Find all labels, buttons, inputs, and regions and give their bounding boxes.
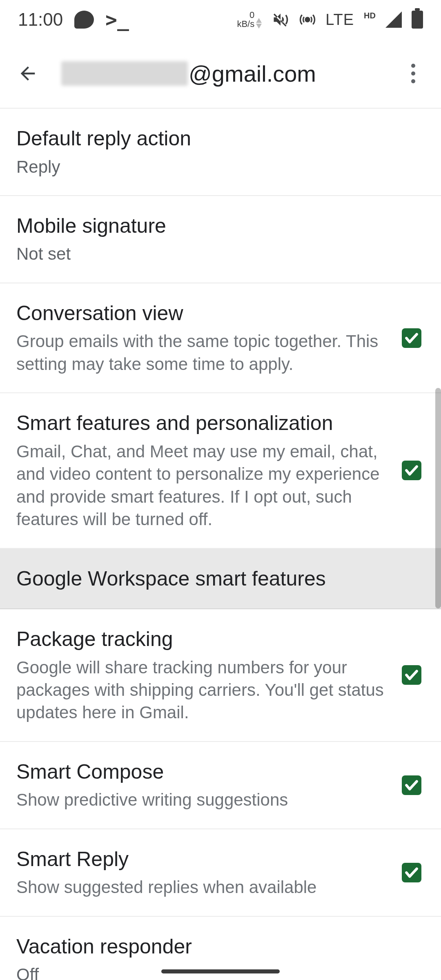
smart-compose-checkbox[interactable] — [402, 775, 421, 795]
setting-default-reply-action[interactable]: Default reply action Reply — [0, 109, 441, 196]
setting-title: Vacation responder — [16, 934, 425, 960]
setting-description: Show predictive writing suggestions — [16, 788, 390, 811]
setting-smart-compose[interactable]: Smart Compose Show predictive writing su… — [0, 742, 441, 829]
setting-description: Google will share tracking numbers for y… — [16, 656, 390, 724]
battery-icon — [412, 11, 423, 29]
setting-conversation-view[interactable]: Conversation view Group emails with the … — [0, 283, 441, 393]
terminal-icon: >_ — [105, 8, 129, 31]
account-title: @gmail.com — [61, 60, 316, 87]
more-options-button[interactable] — [400, 60, 426, 87]
setting-title: Smart features and personalization — [16, 410, 390, 436]
data-rate-unit: kB/s — [237, 20, 254, 29]
account-name-redacted — [61, 61, 188, 86]
scrollbar[interactable] — [435, 388, 441, 608]
lte-label: LTE — [325, 11, 354, 29]
home-indicator[interactable] — [161, 969, 280, 973]
conversation-view-checkbox[interactable] — [402, 328, 421, 348]
setting-description: Gmail, Chat, and Meet may use my email, … — [16, 440, 390, 531]
app-bar: @gmail.com — [0, 39, 441, 109]
setting-package-tracking[interactable]: Package tracking Google will share track… — [0, 609, 441, 742]
setting-title: Default reply action — [16, 126, 425, 151]
setting-description: Show suggested replies when available — [16, 876, 390, 898]
hotspot-icon — [299, 11, 316, 28]
smart-features-checkbox[interactable] — [402, 461, 421, 480]
signal-icon — [385, 11, 402, 28]
data-rate-value: 0 — [237, 11, 254, 20]
setting-smart-features-personalization[interactable]: Smart features and personalization Gmail… — [0, 393, 441, 548]
setting-value: Not set — [16, 243, 425, 265]
data-rate-icon: 0 kB/s — [237, 11, 262, 29]
settings-list[interactable]: Default reply action Reply Mobile signat… — [0, 109, 441, 980]
setting-smart-reply[interactable]: Smart Reply Show suggested replies when … — [0, 829, 441, 917]
setting-google-workspace-smart-features[interactable]: Google Workspace smart features — [0, 549, 441, 610]
back-button[interactable] — [15, 60, 41, 87]
setting-mobile-signature[interactable]: Mobile signature Not set — [0, 196, 441, 283]
status-bar: 11:00 >_ 0 kB/s LTE HD — [0, 0, 441, 39]
smart-reply-checkbox[interactable] — [402, 863, 421, 882]
hd-label: HD — [364, 11, 376, 20]
setting-title: Mobile signature — [16, 213, 425, 239]
setting-title: Smart Compose — [16, 759, 390, 785]
status-time: 11:00 — [18, 9, 63, 30]
package-tracking-checkbox[interactable] — [402, 665, 421, 685]
setting-title: Smart Reply — [16, 846, 390, 872]
account-suffix: @gmail.com — [189, 60, 316, 87]
svg-point-0 — [305, 18, 310, 22]
setting-title: Google Workspace smart features — [16, 566, 425, 592]
setting-value: Reply — [16, 156, 425, 178]
mute-icon — [272, 11, 290, 29]
chat-notification-icon — [74, 11, 94, 29]
setting-description: Group emails with the same topic togethe… — [16, 330, 390, 375]
setting-title: Package tracking — [16, 626, 390, 652]
setting-title: Conversation view — [16, 301, 390, 326]
